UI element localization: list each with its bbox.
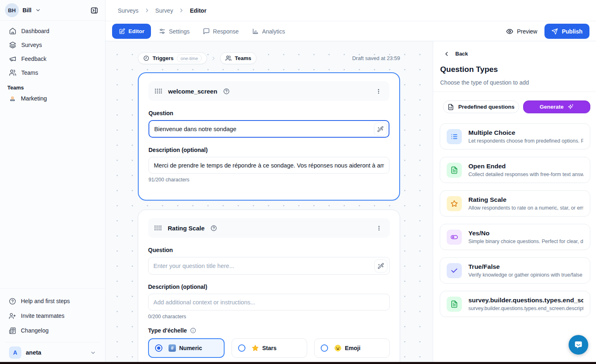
wand-icon — [377, 126, 384, 132]
sidebar-item-help[interactable]: Help and first steps — [5, 294, 100, 308]
breadcrumb-bar: Surveys Survey Editor — [106, 0, 596, 21]
teams-chip[interactable]: Teams — [220, 52, 256, 64]
drag-handle-icon[interactable] — [154, 225, 162, 231]
panel-buttons: Predefined questions Generate — [443, 100, 590, 113]
user-name[interactable]: Bill — [22, 7, 31, 13]
workspace-switcher[interactable]: A aneta — [5, 342, 100, 364]
question-label: Question — [148, 247, 390, 253]
description-label: Description (optional) — [148, 147, 389, 153]
publish-button[interactable]: Publish — [544, 24, 589, 39]
chat-widget-button[interactable] — [569, 335, 588, 355]
sidebar-item-surveys[interactable]: Surveys — [5, 38, 100, 52]
preview-button[interactable]: Preview — [506, 28, 538, 35]
type-card-end-screen[interactable]: survey.builder.questions.types.end_scr..… — [440, 291, 590, 317]
divider — [433, 92, 596, 92]
scale-type-options: # Numeric Stars Em — [148, 338, 390, 358]
magic-wand-button[interactable] — [374, 123, 387, 136]
back-button[interactable]: Back — [444, 51, 468, 57]
sidebar-item-label: Surveys — [21, 42, 42, 48]
type-card-yes-no[interactable]: Yes/No Simple binary choice questions. P… — [440, 224, 590, 250]
tab-response[interactable]: Response — [198, 24, 244, 39]
scale-option-label: Numeric — [179, 345, 202, 351]
triggers-chip[interactable]: Triggers one-time — [138, 52, 207, 64]
sidebar-item-marketing[interactable]: Marketing — [5, 92, 100, 105]
type-title: Multiple Choice — [468, 129, 583, 136]
survey-canvas: Triggers one-time Teams Draft saved at 2… — [106, 41, 433, 364]
type-card-true-false[interactable]: True/False Verify knowledge or gather op… — [440, 257, 590, 284]
draft-status: Draft saved at 23:59 — [352, 55, 400, 61]
sidebar-item-label: Dashboard — [21, 28, 49, 34]
type-card-open-ended[interactable]: Open Ended Collect detailed responses wi… — [440, 157, 590, 183]
radio-checked-icon — [155, 344, 162, 352]
char-counter: 91/200 characters — [148, 177, 389, 183]
technologist-emoji-icon — [9, 95, 16, 102]
publish-label: Publish — [562, 28, 583, 35]
tab-settings[interactable]: Settings — [153, 24, 195, 39]
type-card-multiple-choice[interactable]: Multiple Choice Let respondents choose f… — [440, 123, 590, 150]
toolbar-actions: Preview Publish — [506, 24, 589, 39]
question-description-input[interactable] — [148, 157, 389, 174]
scale-option-stars[interactable]: Stars — [232, 338, 307, 358]
avatar[interactable]: BH — [5, 3, 19, 17]
type-card-rating-scale[interactable]: Rating Scale Allow respondents to rate o… — [440, 190, 590, 217]
kebab-menu-icon[interactable] — [374, 87, 383, 96]
question-title-input[interactable] — [148, 120, 389, 138]
tab-label: Response — [213, 28, 239, 35]
rating-scale-card[interactable]: Rating Scale Question Description (optio… — [138, 210, 400, 364]
sidebar-item-dashboard[interactable]: Dashboard — [5, 24, 100, 38]
triggers-chip-label: Triggers — [153, 55, 173, 61]
drag-handle-icon[interactable] — [155, 88, 162, 94]
clock-icon — [143, 55, 149, 61]
type-description: Collect detailed responses with free-for… — [468, 172, 583, 177]
file-code-icon — [448, 104, 454, 110]
chevron-down-icon[interactable] — [35, 7, 41, 13]
type-title: Rating Scale — [468, 196, 583, 203]
collapse-sidebar-button[interactable] — [88, 4, 100, 16]
breadcrumb-surveys[interactable]: Surveys — [118, 7, 139, 14]
sidebar-header: BH Bill — [0, 0, 105, 21]
type-description: Simple binary choice questions. Perfect … — [468, 239, 583, 244]
info-icon[interactable] — [190, 328, 196, 333]
sidebar-item-label: Teams — [21, 69, 38, 76]
question-type-list: Multiple Choice Let respondents choose f… — [440, 123, 590, 317]
breadcrumb-survey[interactable]: Survey — [155, 7, 173, 14]
sidebar-item-label: Changelog — [21, 327, 49, 334]
users-icon — [225, 55, 232, 61]
scale-option-emoji[interactable]: Emoji — [314, 338, 390, 358]
list-icon — [447, 129, 462, 144]
sidebar: BH Bill Dashboard Surveys F — [0, 0, 106, 364]
sidebar-item-label: Invite teammates — [21, 313, 65, 319]
welcome-screen-card[interactable]: welcome_screen Question Description (opt… — [138, 72, 400, 201]
back-label: Back — [455, 51, 468, 57]
scale-option-numeric[interactable]: # Numeric — [148, 338, 225, 358]
question-title-input[interactable] — [148, 257, 390, 275]
tab-label: Analytics — [262, 28, 285, 35]
generate-button[interactable]: Generate — [523, 100, 590, 113]
users-icon — [9, 69, 16, 76]
sidebar-item-invite[interactable]: Invite teammates — [5, 308, 100, 323]
tab-analytics[interactable]: Analytics — [247, 24, 290, 39]
chevron-down-icon — [90, 350, 96, 356]
char-counter: 0/200 characters — [148, 314, 390, 319]
message-square-icon — [203, 28, 210, 35]
question-types-panel: Back Question Types Choose the type of q… — [433, 41, 596, 364]
sidebar-item-feedback[interactable]: Feedback — [5, 52, 100, 66]
predefined-questions-button[interactable]: Predefined questions — [443, 100, 519, 113]
file-text-icon — [447, 163, 462, 178]
type-description: Verify knowledge or gather opinions with… — [468, 272, 583, 278]
send-icon — [551, 28, 558, 35]
panel-title: Question Types — [440, 65, 498, 74]
sidebar-item-changelog[interactable]: Changelog — [5, 323, 100, 338]
help-circle-icon[interactable] — [223, 88, 229, 94]
kebab-menu-icon[interactable] — [374, 223, 384, 233]
megaphone-icon — [9, 55, 16, 63]
magic-wand-button[interactable] — [374, 259, 387, 272]
tab-editor[interactable]: Editor — [112, 24, 151, 39]
type-title: True/False — [468, 263, 583, 270]
sidebar-item-label: Feedback — [21, 56, 46, 62]
sidebar-footer: Help and first steps Invite teammates Ch… — [0, 288, 105, 364]
radio-icon — [238, 344, 245, 352]
sidebar-item-teams[interactable]: Teams — [5, 66, 100, 80]
help-circle-icon[interactable] — [211, 225, 217, 231]
question-description-input[interactable] — [148, 294, 390, 310]
